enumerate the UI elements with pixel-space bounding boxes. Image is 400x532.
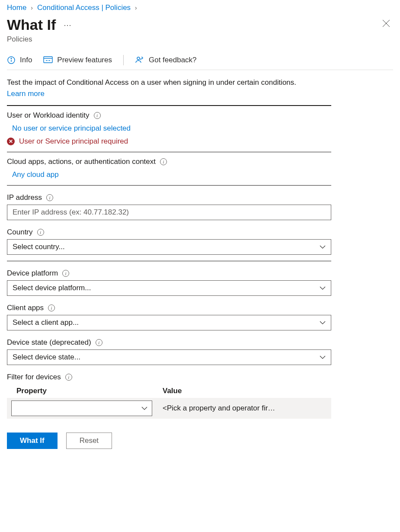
reset-button[interactable]: Reset [66,433,112,449]
command-bar: Info Preview features Got feedback? [7,55,393,70]
chevron-down-icon [320,318,326,327]
page-title: What If [7,16,56,33]
cloud-apps-section: Cloud apps, actions, or authentication c… [7,152,331,186]
close-button[interactable] [379,16,393,32]
chevron-right-icon: › [135,4,137,11]
device-state-select[interactable]: Select device state... [7,349,331,365]
breadcrumb: Home › Conditional Access | Policies › [7,3,393,12]
error-icon: ✕ [7,138,15,145]
divider [7,261,331,261]
client-apps-select[interactable]: Select a client app... [7,315,331,330]
device-platform-label: Device platform [7,269,58,278]
chevron-down-icon [320,284,326,292]
device-platform-value: Select device platform... [13,284,91,292]
learn-more-link[interactable]: Learn more [7,90,45,98]
user-error-text: User or Service principal required [19,137,128,146]
info-icon[interactable]: i [46,194,53,201]
info-icon[interactable]: i [62,270,69,277]
intro-text: Test the impact of Conditional Access on… [7,77,301,99]
ip-label: IP address [7,193,42,202]
chevron-right-icon: › [31,4,33,11]
more-actions-button[interactable]: ⋯ [64,20,72,30]
breadcrumb-conditional-access[interactable]: Conditional Access | Policies [37,3,131,12]
feedback-icon [135,56,144,64]
country-value: Select country... [13,243,65,251]
client-apps-value: Select a client app... [13,318,79,327]
breadcrumb-home[interactable]: Home [7,3,26,12]
chevron-down-icon [320,353,326,362]
device-state-value: Select device state... [13,353,80,362]
filter-table-row: <Pick a property and operator fir… [7,398,331,419]
client-apps-label: Client apps [7,304,44,312]
info-button[interactable]: Info [7,56,32,64]
svg-point-9 [137,57,140,60]
svg-point-4 [11,58,12,59]
preview-label: Preview features [57,56,112,64]
ip-input[interactable] [7,205,331,220]
info-icon[interactable]: i [96,339,102,346]
filter-for-devices-field: Filter for devices i Property Value <Pic… [7,373,331,419]
page-subtitle: Policies [7,35,72,44]
preview-features-button[interactable]: Preview features [43,56,112,64]
close-icon [382,19,390,28]
device-platform-select[interactable]: Select device platform... [7,280,331,296]
info-icon [7,56,16,64]
filter-col-value: Value [163,387,331,395]
cloud-apps-label: Cloud apps, actions, or authentication c… [7,157,156,166]
filter-table-header: Property Value [7,384,331,398]
info-icon[interactable]: i [48,304,55,311]
device-platform-field: Device platform i Select device platform… [7,269,331,296]
preview-icon [43,56,53,64]
separator [123,55,124,65]
cloud-apps-link[interactable]: Any cloud app [12,170,59,179]
whatif-button[interactable]: What If [7,433,58,449]
filter-value-placeholder: <Pick a property and operator fir… [163,404,275,413]
country-label: Country [7,228,33,237]
filter-property-select[interactable] [11,401,152,416]
info-icon[interactable]: i [94,112,101,119]
client-apps-field: Client apps i Select a client app... [7,304,331,330]
chevron-down-icon [320,243,326,251]
info-label: Info [20,56,32,64]
user-error: ✕ User or Service principal required [7,137,331,146]
device-state-label: Device state (deprecated) [7,338,91,347]
user-identity-label: User or Workload identity [7,111,90,120]
chevron-down-icon [141,404,147,413]
filter-label: Filter for devices [7,373,61,381]
country-field: Country i Select country... [7,228,331,255]
info-icon[interactable]: i [160,158,167,165]
info-icon[interactable]: i [37,229,44,236]
footer-actions: What If Reset [7,433,393,449]
select-user-link[interactable]: No user or service principal selected [12,124,131,132]
user-identity-section: User or Workload identity i No user or s… [7,105,331,152]
feedback-label: Got feedback? [149,56,197,64]
ip-address-field: IP address i [7,193,331,220]
feedback-button[interactable]: Got feedback? [135,56,197,64]
country-select[interactable]: Select country... [7,239,331,255]
info-icon[interactable]: i [65,374,72,381]
device-state-field: Device state (deprecated) i Select devic… [7,338,331,365]
svg-rect-5 [44,57,52,63]
filter-col-property: Property [7,387,163,395]
